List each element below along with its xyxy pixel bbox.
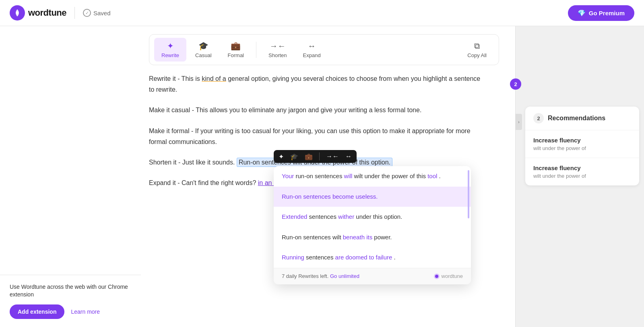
opt3-wither: wither — [338, 213, 354, 220]
svg-point-0 — [16, 12, 19, 14]
casual-label: Casual — [195, 52, 211, 58]
saved-label: Saved — [93, 10, 111, 16]
rewrite-footer: 7 daily Rewrites left. Go unlimited word… — [274, 268, 471, 284]
extension-banner: Use Wordtune across the web with our Chr… — [0, 275, 141, 327]
logo-area: wordtune — [10, 5, 66, 21]
copy-all-icon: ⧉ — [474, 41, 480, 51]
opt5-running: Running — [282, 254, 304, 261]
rewrite-dropdown: Your run-on sentences will wilt under th… — [274, 166, 471, 284]
inline-shorten-icon[interactable]: →← — [326, 153, 339, 160]
toolbar-divider — [256, 42, 256, 58]
rewrite-option-1[interactable]: Your run-on sentences will wilt under th… — [274, 166, 471, 187]
svg-point-2 — [435, 275, 438, 278]
opt3-extended: Extended — [282, 213, 307, 220]
opt2-text: Run-on sentences become useless. — [282, 193, 378, 200]
opt4-beneath: beneath its — [343, 234, 372, 241]
opt5-end: . — [394, 254, 396, 261]
opt1-mid2: wilt under the power of this — [354, 173, 428, 179]
casual-icon: 🎓 — [198, 41, 208, 51]
rec-badge: 2 — [533, 113, 544, 123]
toolbar: ✦ Rewrite 🎓 Casual 💼 Formal →← Shorten — [149, 34, 499, 65]
logo-icon — [10, 5, 25, 21]
saved-check-icon: ✓ — [83, 9, 91, 17]
rec-item-1-subtitle: wilt under the power of — [533, 145, 631, 151]
rewrite-option-4[interactable]: Run-on sentences wilt beneath its power. — [274, 227, 471, 248]
go-premium-button[interactable]: 💎 Go Premium — [568, 5, 634, 21]
recommendations-panel: 2 Recommendations Increase fluency wilt … — [525, 107, 639, 185]
paragraph-3: Make it formal - If your writing is too … — [149, 125, 483, 147]
rec-item-1[interactable]: Increase fluency wilt under the power of — [525, 130, 639, 158]
shorten-icon: →← — [270, 41, 286, 51]
paragraph-1: Rewrite it - This is kind of a general o… — [149, 73, 483, 95]
rewrite-option-2[interactable]: Run-on sentences become useless. — [274, 187, 471, 207]
extension-text: Use Wordtune across the web with our Chr… — [10, 283, 131, 299]
right-panel: 2 › 2 Recommendations Increase fluency w… — [515, 26, 644, 327]
extension-buttons: Add extension Learn more — [10, 304, 131, 319]
opt3-end: under this option. — [356, 213, 402, 220]
learn-more-link[interactable]: Learn more — [71, 308, 100, 315]
opt1-will: will — [344, 173, 353, 179]
inline-toolbar-popup: ✦ 🎓 💼 →← ↔ — [274, 150, 357, 163]
inline-rewrite-icon[interactable]: ✦ — [279, 153, 284, 160]
header: wordtune ✓ Saved 💎 Go Premium — [0, 0, 644, 26]
rewrite-icon: ✦ — [167, 41, 174, 51]
rec-header: 2 Recommendations — [525, 107, 639, 130]
saved-indicator: ✓ Saved — [83, 9, 111, 17]
rec-item-2-title: Increase fluency — [533, 165, 631, 171]
wordtune-footer-logo: wordtune — [433, 273, 463, 280]
premium-label: Go Premium — [589, 10, 625, 16]
editor-panel: ✦ Rewrite 🎓 Casual 💼 Formal →← Shorten — [0, 26, 515, 327]
premium-icon: 💎 — [578, 9, 586, 17]
inline-expand-icon[interactable]: ↔ — [345, 153, 352, 160]
toolbar-casual[interactable]: 🎓 Casual — [188, 38, 219, 62]
toolbar-formal[interactable]: 💼 Formal — [221, 38, 251, 62]
opt5-mid: sentences — [306, 254, 335, 261]
formal-label: Formal — [228, 52, 244, 58]
opt4-start: Run-on sentences wilt — [282, 234, 343, 241]
opt5-doomed: are doomed to failure — [335, 254, 392, 261]
toolbar-expand[interactable]: ↔ Expand — [296, 38, 328, 62]
panel-toggle[interactable]: › — [516, 114, 522, 130]
rewrite-label: Rewrite — [161, 52, 179, 58]
rewrite-option-3[interactable]: Extended sentences wither under this opt… — [274, 207, 471, 227]
rec-header-title: Recommendations — [548, 115, 605, 122]
go-unlimited-link[interactable]: Go unlimited — [330, 273, 359, 279]
rec-item-1-title: Increase fluency — [533, 137, 631, 144]
wordtune-footer-label: wordtune — [442, 273, 463, 279]
recommendations-badge: 2 — [510, 78, 521, 90]
opt4-end: power. — [374, 234, 392, 241]
expand-icon: ↔ — [308, 41, 316, 51]
opt1-end: . — [439, 173, 441, 179]
copy-all-label: Copy All — [467, 52, 487, 58]
shorten-label: Shorten — [268, 52, 287, 58]
rewrite-options-scroll[interactable]: Your run-on sentences will wilt under th… — [274, 166, 471, 268]
paragraph-2: Make it casual - This allows you to elim… — [149, 105, 483, 115]
toolbar-shorten[interactable]: →← Shorten — [261, 38, 294, 62]
expand-label: Expand — [303, 52, 321, 58]
toolbar-copy-all[interactable]: ⧉ Copy All — [460, 38, 494, 62]
header-divider — [74, 7, 75, 19]
inline-divider — [319, 152, 320, 160]
opt1-mid: run-on sentences — [295, 173, 344, 179]
logo-text: wordtune — [28, 8, 66, 18]
rewrites-left-text: 7 daily Rewrites left. Go unlimited — [282, 273, 359, 279]
opt1-tool: tool — [427, 173, 437, 179]
toolbar-rewrite[interactable]: ✦ Rewrite — [154, 38, 186, 62]
opt3-mid: sentences — [309, 213, 339, 220]
rewrite-option-5[interactable]: Running sentences are doomed to failure … — [274, 247, 471, 268]
panel-toggle-icon: › — [518, 120, 519, 124]
opt1-your: Your — [282, 173, 294, 179]
formal-icon: 💼 — [231, 41, 241, 51]
rec-item-2-subtitle: wilt under the power of — [533, 173, 631, 179]
rec-item-2[interactable]: Increase fluency wilt under the power of — [525, 158, 639, 185]
toolbar-items: ✦ Rewrite 🎓 Casual 💼 Formal →← Shorten — [154, 38, 328, 62]
inline-casual-icon[interactable]: 🎓 — [290, 153, 298, 160]
inline-formal-icon[interactable]: 💼 — [305, 153, 313, 160]
add-extension-button[interactable]: Add extension — [10, 304, 64, 319]
scroll-indicator — [468, 170, 469, 218]
underline-phrase: kind of a — [202, 75, 226, 82]
rewrites-count: 7 daily Rewrites left. — [282, 273, 328, 279]
main-layout: ✦ Rewrite 🎓 Casual 💼 Formal →← Shorten — [0, 26, 644, 327]
